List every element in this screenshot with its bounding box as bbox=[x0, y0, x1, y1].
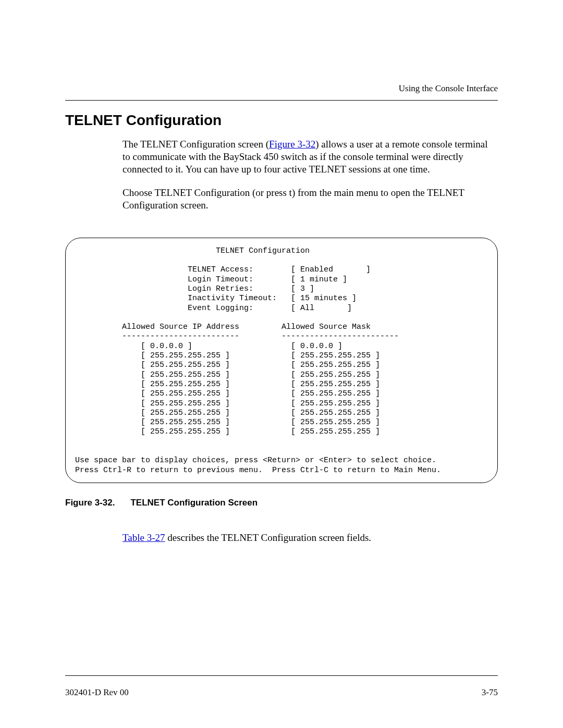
running-header: Using the Console Interface bbox=[65, 83, 498, 94]
figure-link[interactable]: Figure 3-32 bbox=[269, 139, 315, 150]
intro-text: The TELNET Configuration screen (Figure … bbox=[123, 138, 498, 212]
page-footer: 302401-D Rev 00 3-75 bbox=[65, 687, 498, 698]
para-1a: The TELNET Configuration screen ( bbox=[123, 139, 269, 150]
section-title: TELNET Configuration bbox=[65, 112, 498, 129]
figure-caption: Figure 3-32.TELNET Configuration Screen bbox=[65, 498, 498, 508]
figure-title: TELNET Configuration Screen bbox=[130, 498, 258, 508]
table-link[interactable]: Table 3-27 bbox=[123, 532, 165, 543]
header-rule bbox=[65, 100, 498, 101]
console-screen: TELNET Configuration TELNET Access: [ En… bbox=[65, 238, 498, 483]
footer-rule bbox=[65, 675, 498, 676]
doc-id: 302401-D Rev 00 bbox=[65, 687, 129, 698]
para-1: The TELNET Configuration screen (Figure … bbox=[123, 138, 498, 175]
figure-number: Figure 3-32. bbox=[65, 498, 115, 508]
after-rest: describes the TELNET Configuration scree… bbox=[165, 532, 372, 543]
page-number: 3-75 bbox=[482, 687, 498, 698]
after-figure-text: Table 3-27 describes the TELNET Configur… bbox=[123, 532, 498, 544]
para-2: Choose TELNET Configuration (or press t)… bbox=[123, 187, 498, 212]
